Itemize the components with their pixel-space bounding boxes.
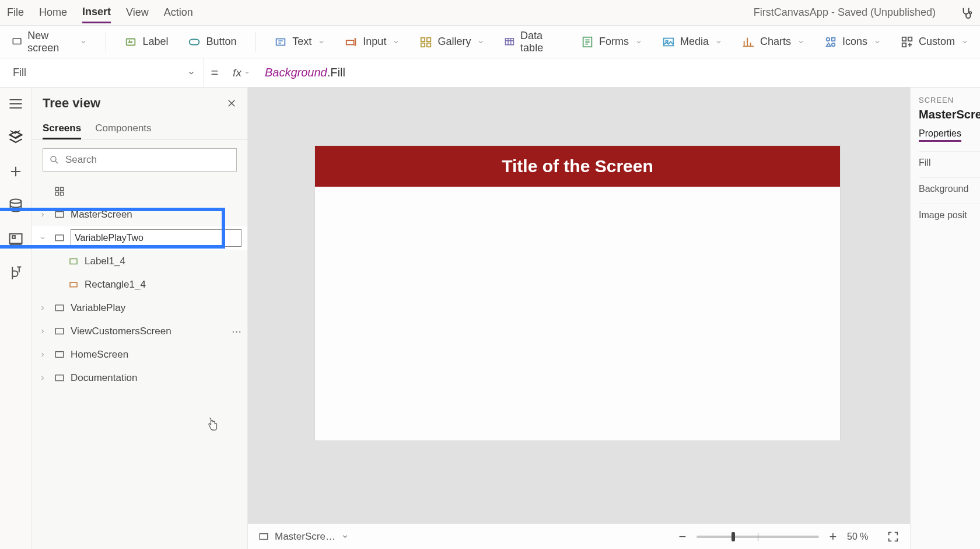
forms-button[interactable]: Forms: [578, 33, 646, 51]
close-icon[interactable]: [226, 98, 237, 109]
menu-insert[interactable]: Insert: [82, 2, 111, 23]
svg-rect-30: [70, 259, 77, 264]
menu-view[interactable]: View: [126, 3, 149, 22]
zoom-out-button[interactable]: −: [677, 529, 688, 544]
svg-rect-31: [70, 282, 77, 287]
more-icon[interactable]: ⋯: [232, 326, 242, 338]
screen-title-text: Title of the Screen: [502, 156, 653, 176]
svg-rect-32: [55, 305, 64, 311]
chevron-right-icon[interactable]: [37, 305, 48, 312]
gallery-icon: [419, 36, 432, 48]
label-button[interactable]: Label: [121, 33, 172, 51]
svg-point-0: [970, 12, 972, 14]
chevron-right-icon[interactable]: [37, 351, 48, 358]
tree-view-icon[interactable]: [8, 130, 24, 146]
app-checker-icon[interactable]: [960, 6, 973, 19]
svg-rect-34: [55, 352, 64, 358]
svg-rect-24: [55, 187, 58, 190]
property-row-image-position[interactable]: Image posit: [919, 204, 980, 226]
tree-node-label: ViewCustomersScreen: [71, 326, 172, 337]
menu-home[interactable]: Home: [39, 3, 67, 22]
tree-node-variableplay[interactable]: VariablePlay: [32, 296, 247, 320]
tree-node-app[interactable]: [32, 180, 247, 203]
screen-title-banner[interactable]: Title of the Screen: [315, 146, 840, 187]
button-button[interactable]: Button: [184, 33, 240, 51]
tree-node-masterscreen[interactable]: MasterScreen: [32, 203, 247, 226]
chevron-right-icon[interactable]: [37, 375, 48, 382]
zoom-in-button[interactable]: +: [827, 529, 839, 544]
tree-node-label1-4[interactable]: Label1_4: [32, 250, 247, 273]
input-icon: [345, 36, 358, 48]
chevron-down-icon: [797, 39, 804, 46]
chevron-right-icon[interactable]: [37, 211, 48, 218]
custom-label: Custom: [919, 36, 955, 48]
data-table-button[interactable]: Data table: [501, 27, 564, 57]
tree-node-homescreen[interactable]: HomeScreen: [32, 343, 247, 366]
charts-button[interactable]: Charts: [738, 33, 808, 51]
search-input[interactable]: [65, 154, 230, 166]
properties-control-name: MasterScre: [919, 108, 980, 121]
media-label: Media: [680, 36, 709, 48]
formula-bar: Fill = fx Background.Fill: [0, 58, 980, 88]
tree-node-label: MasterScreen: [71, 209, 132, 221]
svg-rect-1: [13, 39, 21, 44]
tree-node-rectangle1-4[interactable]: Rectangle1_4: [32, 273, 247, 296]
tree-node-viewcustomersscreen[interactable]: ViewCustomersScreen ⋯: [32, 320, 247, 343]
chevron-down-icon: [635, 39, 642, 46]
selection-label: MasterScre…: [275, 531, 335, 543]
svg-rect-26: [55, 193, 58, 195]
text-icon: [274, 36, 287, 48]
gallery-button[interactable]: Gallery: [416, 33, 488, 51]
gallery-label: Gallery: [438, 36, 471, 48]
properties-pane: SCREEN MasterScre Properties Fill Backgr…: [910, 88, 980, 549]
data-icon[interactable]: [8, 197, 24, 214]
svg-rect-8: [421, 43, 425, 46]
zoom-slider[interactable]: [696, 536, 819, 538]
icons-button[interactable]: Icons: [821, 33, 884, 51]
new-screen-button[interactable]: New screen: [8, 27, 90, 57]
chevron-down-icon[interactable]: [37, 235, 48, 242]
fx-button[interactable]: fx: [225, 67, 258, 79]
custom-button[interactable]: Custom: [897, 33, 972, 51]
rename-input[interactable]: [71, 229, 242, 247]
properties-tab[interactable]: Properties: [919, 128, 961, 142]
canvas-screen[interactable]: Title of the Screen: [315, 146, 840, 440]
property-row-background[interactable]: Background: [919, 177, 980, 200]
forms-label: Forms: [599, 36, 629, 48]
chevron-down-icon: [715, 39, 722, 46]
menu-bar: File Home Insert View Action FirstCanvas…: [0, 0, 980, 26]
property-selector[interactable]: Fill: [0, 58, 204, 87]
properties-caption: SCREEN: [919, 96, 980, 104]
selection-dropdown[interactable]: MasterScre…: [258, 531, 349, 543]
tree-node-documentation[interactable]: Documentation: [32, 366, 247, 390]
tree-node-rename[interactable]: [32, 226, 247, 250]
text-button[interactable]: Text: [271, 33, 328, 51]
svg-rect-25: [61, 187, 64, 190]
tree-node-label: HomeScreen: [71, 349, 128, 361]
menu-file[interactable]: File: [7, 3, 24, 22]
fit-to-screen-icon[interactable]: [887, 530, 900, 543]
media-icon: [662, 36, 675, 48]
label-icon: [124, 36, 137, 48]
advanced-tools-icon[interactable]: [8, 265, 24, 281]
input-button[interactable]: Input: [341, 33, 403, 51]
media-pane-icon[interactable]: [8, 231, 24, 247]
zoom-slider-thumb[interactable]: [732, 532, 735, 541]
insert-icon[interactable]: [8, 163, 24, 180]
search-box[interactable]: [43, 148, 237, 172]
chevron-right-icon[interactable]: [37, 328, 48, 335]
svg-point-16: [832, 43, 835, 46]
screen-icon: [53, 326, 66, 337]
canvas-area[interactable]: Title of the Screen MasterScre… − + 50 %: [248, 88, 910, 549]
media-button[interactable]: Media: [659, 33, 726, 51]
menu-action[interactable]: Action: [164, 3, 193, 22]
property-row-fill[interactable]: Fill: [919, 151, 980, 174]
svg-point-23: [51, 156, 56, 162]
hamburger-icon[interactable]: [8, 96, 24, 112]
tree-view-title: Tree view: [43, 96, 100, 111]
tab-screens[interactable]: Screens: [43, 119, 81, 139]
data-table-icon: [504, 36, 515, 48]
formula-input[interactable]: Background.Fill: [258, 66, 980, 79]
svg-rect-3: [190, 39, 200, 44]
tab-components[interactable]: Components: [95, 119, 151, 139]
